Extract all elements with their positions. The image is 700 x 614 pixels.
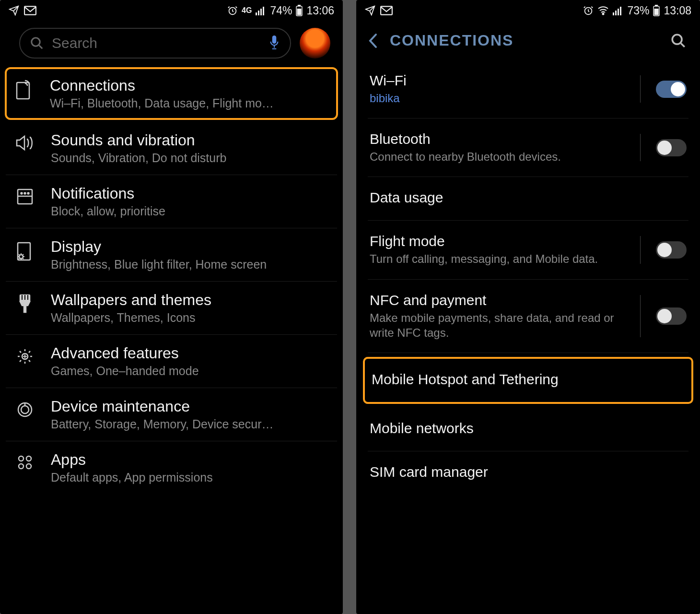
svg-point-22 xyxy=(19,456,23,461)
signal-icon xyxy=(256,6,266,15)
svg-rect-3 xyxy=(258,11,259,15)
row-sub: bibika xyxy=(370,91,629,106)
item-display[interactable]: Display Brightness, Blue light filter, H… xyxy=(6,228,337,282)
svg-point-36 xyxy=(672,35,682,44)
item-sub: Battery, Storage, Memory, Device secur… xyxy=(51,417,332,431)
item-sub: Wallpapers, Themes, Icons xyxy=(51,311,332,325)
wifi-icon xyxy=(597,6,609,15)
item-sub: Wi–Fi, Bluetooth, Data usage, Flight mo… xyxy=(50,96,333,110)
item-connections[interactable]: Connections Wi–Fi, Bluetooth, Data usage… xyxy=(5,67,338,120)
clock: 13:08 xyxy=(664,4,691,17)
battery-icon xyxy=(296,5,303,16)
search-input[interactable]: Search xyxy=(19,28,291,59)
notifications-icon xyxy=(11,185,39,206)
svg-rect-30 xyxy=(615,11,617,15)
item-title: Advanced features xyxy=(51,344,332,362)
row-sub: Make mobile payments, share data, and re… xyxy=(370,310,629,340)
row-data-usage[interactable]: Data usage xyxy=(368,177,688,221)
maintenance-icon xyxy=(11,398,39,419)
item-title: Wallpapers and themes xyxy=(51,291,332,309)
svg-rect-0 xyxy=(24,6,36,14)
signal-icon xyxy=(613,6,623,15)
header-title: CONNECTIONS xyxy=(390,32,513,49)
row-sub: Connect to nearby Bluetooth devices. xyxy=(370,149,629,164)
display-icon xyxy=(11,238,39,262)
row-title: Flight mode xyxy=(370,233,629,249)
row-title: Data usage xyxy=(370,189,687,206)
row-title: Mobile Hotspot and Tethering xyxy=(372,371,685,388)
svg-rect-35 xyxy=(654,9,659,15)
flight-toggle[interactable] xyxy=(656,241,687,259)
status-bar: 73% 13:08 xyxy=(356,0,700,21)
row-title: Wi–Fi xyxy=(370,72,629,89)
telegram-icon xyxy=(9,5,19,16)
svg-rect-7 xyxy=(298,5,301,6)
item-wallpapers[interactable]: Wallpapers and themes Wallpapers, Themes… xyxy=(6,282,337,335)
alarm-icon xyxy=(227,5,238,16)
item-apps[interactable]: Apps Default apps, App permissions xyxy=(6,441,337,494)
row-sub: Turn off calling, messaging, and Mobile … xyxy=(370,251,629,266)
row-title: NFC and payment xyxy=(370,292,629,308)
item-title: Notifications xyxy=(51,185,332,202)
item-maintenance[interactable]: Device maintenance Battery, Storage, Mem… xyxy=(6,388,337,441)
item-sub: Brightness, Blue light filter, Home scre… xyxy=(51,258,332,272)
clock: 13:06 xyxy=(306,4,334,17)
settings-list: Connections Wi–Fi, Bluetooth, Data usage… xyxy=(0,67,343,494)
svg-point-17 xyxy=(19,255,23,259)
svg-rect-32 xyxy=(620,7,621,15)
item-sounds[interactable]: Sounds and vibration Sounds, Vibration, … xyxy=(6,122,337,175)
svg-rect-26 xyxy=(381,6,392,14)
brush-icon xyxy=(11,291,39,313)
divider xyxy=(640,236,641,263)
item-advanced[interactable]: Advanced features Games, One–handed mode xyxy=(6,335,337,388)
divider xyxy=(640,295,641,337)
row-sim-manager[interactable]: SIM card manager xyxy=(368,451,688,495)
svg-rect-34 xyxy=(655,5,658,6)
row-mobile-networks[interactable]: Mobile networks xyxy=(368,408,688,451)
svg-rect-31 xyxy=(618,9,619,15)
gear-icon xyxy=(11,344,39,366)
search-button[interactable] xyxy=(670,33,687,49)
search-icon xyxy=(30,36,44,50)
item-notifications[interactable]: Notifications Block, allow, prioritise xyxy=(6,175,337,228)
svg-rect-29 xyxy=(613,12,614,15)
network-type: 4G xyxy=(242,6,252,15)
connections-icon xyxy=(10,77,38,101)
sound-icon xyxy=(11,131,39,152)
svg-rect-4 xyxy=(260,9,262,15)
row-wifi[interactable]: Wi–Fi bibika xyxy=(368,60,688,118)
svg-point-15 xyxy=(28,193,29,194)
mic-icon[interactable] xyxy=(268,35,280,51)
search-row: Search xyxy=(0,21,343,65)
back-button[interactable] xyxy=(368,33,378,49)
divider xyxy=(640,75,641,103)
nfc-toggle[interactable] xyxy=(656,307,687,325)
apps-icon xyxy=(11,451,39,471)
item-sub: Sounds, Vibration, Do not disturb xyxy=(51,151,332,165)
telegram-icon xyxy=(365,5,375,16)
bluetooth-toggle[interactable] xyxy=(656,139,687,156)
svg-rect-5 xyxy=(263,7,264,15)
svg-point-21 xyxy=(21,406,29,413)
row-title: SIM card manager xyxy=(370,464,687,480)
row-nfc[interactable]: NFC and payment Make mobile payments, sh… xyxy=(368,280,688,353)
svg-rect-2 xyxy=(256,12,257,15)
item-sub: Block, allow, prioritise xyxy=(51,204,332,218)
svg-rect-8 xyxy=(297,9,302,15)
item-title: Device maintenance xyxy=(51,398,332,415)
svg-point-13 xyxy=(21,193,23,194)
svg-point-23 xyxy=(26,456,31,461)
row-flight-mode[interactable]: Flight mode Turn off calling, messaging,… xyxy=(368,221,688,279)
item-title: Apps xyxy=(51,451,332,469)
connections-screen: 73% 13:08 CONNECTIONS Wi–Fi bibika Blue xyxy=(356,0,700,614)
row-title: Bluetooth xyxy=(370,131,629,147)
divider xyxy=(640,134,641,161)
svg-point-25 xyxy=(26,464,31,469)
row-title: Mobile networks xyxy=(370,420,687,437)
row-bluetooth[interactable]: Bluetooth Connect to nearby Bluetooth de… xyxy=(368,118,688,177)
wifi-toggle[interactable] xyxy=(656,81,687,98)
svg-rect-10 xyxy=(272,35,277,44)
profile-avatar[interactable] xyxy=(300,28,330,59)
row-hotspot[interactable]: Mobile Hotspot and Tethering xyxy=(363,357,693,404)
gmail-icon xyxy=(380,6,393,15)
